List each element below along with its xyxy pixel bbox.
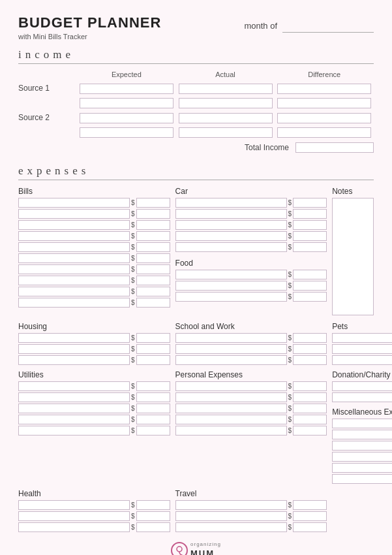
source2-expected[interactable]	[80, 113, 173, 123]
school-amount-2[interactable]	[293, 344, 327, 354]
health-name-3[interactable]	[18, 522, 130, 532]
personal-amount-5[interactable]	[293, 426, 327, 436]
utilities-amount-5[interactable]	[136, 426, 170, 436]
bills-name-1[interactable]	[18, 198, 130, 208]
utilities-name-4[interactable]	[18, 415, 130, 424]
misc-name-2[interactable]	[332, 430, 392, 439]
car-name-4[interactable]	[175, 231, 287, 241]
source1-extra-difference[interactable]	[277, 98, 371, 108]
personal-amount-4[interactable]	[293, 415, 327, 424]
bills-amount-2[interactable]	[136, 209, 170, 219]
food-name-2[interactable]	[175, 281, 287, 291]
health-amount-1[interactable]	[136, 500, 170, 510]
pets-name-2[interactable]	[332, 344, 392, 354]
bills-name-3[interactable]	[18, 220, 130, 230]
housing-name-1[interactable]	[18, 333, 130, 343]
utilities-amount-1[interactable]	[136, 381, 170, 391]
utilities-name-3[interactable]	[18, 404, 130, 413]
bills-amount-6[interactable]	[136, 253, 170, 263]
car-name-5[interactable]	[175, 242, 287, 252]
utilities-name-5[interactable]	[18, 426, 130, 436]
personal-name-4[interactable]	[175, 415, 287, 424]
total-income-input[interactable]	[295, 142, 374, 153]
pets-name-1[interactable]	[332, 333, 392, 343]
donation-name-1[interactable]	[332, 381, 392, 391]
car-amount-5[interactable]	[293, 242, 327, 252]
bills-name-8[interactable]	[18, 276, 130, 285]
bills-name-4[interactable]	[18, 231, 130, 241]
misc-name-4[interactable]	[332, 452, 392, 462]
utilities-amount-3[interactable]	[136, 404, 170, 413]
bills-name-5[interactable]	[18, 242, 130, 252]
donation-name-2[interactable]	[332, 392, 392, 402]
misc-name-3[interactable]	[332, 441, 392, 451]
travel-amount-3[interactable]	[293, 522, 327, 532]
housing-name-3[interactable]	[18, 355, 130, 365]
food-amount-3[interactable]	[293, 292, 327, 302]
source1-actual[interactable]	[179, 84, 273, 94]
bills-amount-9[interactable]	[136, 287, 170, 296]
misc-name-6[interactable]	[332, 474, 392, 484]
source1-expected[interactable]	[80, 84, 173, 94]
car-amount-3[interactable]	[293, 220, 327, 230]
travel-name-2[interactable]	[175, 511, 287, 521]
housing-amount-1[interactable]	[136, 333, 170, 343]
bills-amount-7[interactable]	[136, 264, 170, 274]
car-amount-4[interactable]	[293, 231, 327, 241]
source2-difference[interactable]	[277, 113, 371, 123]
health-name-2[interactable]	[18, 511, 130, 521]
bills-name-9[interactable]	[18, 287, 130, 296]
housing-amount-3[interactable]	[136, 355, 170, 365]
food-amount-2[interactable]	[293, 281, 327, 291]
health-amount-2[interactable]	[136, 511, 170, 521]
bills-name-7[interactable]	[18, 264, 130, 274]
personal-amount-1[interactable]	[293, 381, 327, 391]
food-name-3[interactable]	[175, 292, 287, 302]
car-name-3[interactable]	[175, 220, 287, 230]
bills-name-6[interactable]	[18, 253, 130, 263]
source2-actual[interactable]	[179, 113, 273, 123]
pets-name-3[interactable]	[332, 355, 392, 365]
notes-textarea[interactable]	[332, 198, 374, 315]
personal-amount-3[interactable]	[293, 404, 327, 413]
utilities-amount-2[interactable]	[136, 392, 170, 402]
bills-amount-5[interactable]	[136, 242, 170, 252]
school-name-2[interactable]	[175, 344, 287, 354]
source1-difference[interactable]	[277, 84, 371, 94]
school-name-3[interactable]	[175, 355, 287, 365]
utilities-name-2[interactable]	[18, 392, 130, 402]
travel-name-1[interactable]	[175, 500, 287, 510]
utilities-amount-4[interactable]	[136, 415, 170, 424]
misc-name-5[interactable]	[332, 463, 392, 473]
health-amount-3[interactable]	[136, 522, 170, 532]
travel-amount-2[interactable]	[293, 511, 327, 521]
car-name-2[interactable]	[175, 209, 287, 219]
utilities-name-1[interactable]	[18, 381, 130, 391]
housing-name-2[interactable]	[18, 344, 130, 354]
bills-name-2[interactable]	[18, 209, 130, 219]
travel-amount-1[interactable]	[293, 500, 327, 510]
personal-name-3[interactable]	[175, 404, 287, 413]
school-amount-1[interactable]	[293, 333, 327, 343]
source1-extra-actual[interactable]	[179, 98, 273, 108]
bills-amount-8[interactable]	[136, 276, 170, 285]
car-name-1[interactable]	[175, 198, 287, 208]
housing-amount-2[interactable]	[136, 344, 170, 354]
food-amount-1[interactable]	[293, 270, 327, 279]
bills-name-10[interactable]	[18, 298, 130, 308]
school-amount-3[interactable]	[293, 355, 327, 365]
food-name-1[interactable]	[175, 270, 287, 279]
car-amount-1[interactable]	[293, 198, 327, 208]
misc-name-1[interactable]	[332, 419, 392, 428]
bills-amount-10[interactable]	[136, 298, 170, 308]
source2-extra-expected[interactable]	[80, 127, 173, 138]
source2-extra-difference[interactable]	[277, 127, 371, 138]
personal-name-2[interactable]	[175, 392, 287, 402]
personal-name-1[interactable]	[175, 381, 287, 391]
source1-extra-expected[interactable]	[80, 98, 173, 108]
car-amount-2[interactable]	[293, 209, 327, 219]
travel-name-3[interactable]	[175, 522, 287, 532]
health-name-1[interactable]	[18, 500, 130, 510]
bills-amount-1[interactable]	[136, 198, 170, 208]
bills-amount-3[interactable]	[136, 220, 170, 230]
